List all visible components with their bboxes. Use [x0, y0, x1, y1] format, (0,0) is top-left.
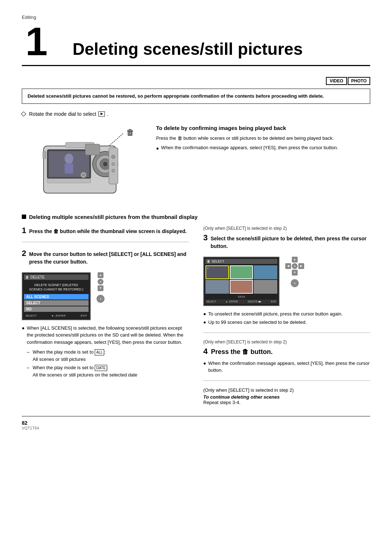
- svg-point-4: [103, 162, 107, 166]
- step2-text: Move the cursor button to select [SELECT…: [29, 250, 189, 266]
- steps-left: 1 Press the 🗑 button while the thumbnail…: [22, 226, 189, 405]
- svg-point-16: [112, 163, 115, 166]
- dpad-up-down: ▲ ● ▼: [98, 272, 103, 291]
- step2-dash-notes: When the play mode is set to ALL: All sc…: [22, 349, 189, 378]
- date-badge: DATE: [95, 365, 107, 371]
- screen-bottom-bar: SELECT ●...ENTER EXIT: [24, 313, 89, 318]
- step3-title: Select the scene/still picture to be del…: [211, 235, 370, 250]
- steps-right: (Only when [SELECT] is selected in step …: [203, 226, 370, 405]
- select-bottom-bar: SELECT ●...ENTER DELETE◀▶ EXIT: [205, 300, 277, 304]
- step2: 2 Move the cursor button to select [SELE…: [22, 249, 189, 266]
- bullet-dot-3a: ●: [203, 310, 206, 318]
- svg-rect-8: [65, 163, 73, 174]
- step3-inline: 3 Select the scene/still picture to be d…: [203, 233, 370, 250]
- step3-bullets: ● To unselect the scene/still picture, p…: [203, 310, 370, 326]
- select-screen-mockup: 🗑 SELECT ✓ 15/15 SELECT ●...ENTER: [203, 257, 370, 306]
- video-badge: VIDEO: [326, 77, 347, 85]
- screen-counter: 15/15: [205, 295, 277, 298]
- rotate-text: Rotate the mode dial to select: [29, 111, 96, 117]
- step1-text: Press the 🗑 button while the thumbnail v…: [29, 228, 187, 235]
- bottom-enter: ●...ENTER: [52, 314, 66, 317]
- thumb-grid: ✓: [205, 265, 277, 294]
- dpad3-center: ●: [292, 263, 298, 269]
- page-footer: 82 VQT1T64: [22, 416, 370, 430]
- thumb-cell-5: [230, 280, 253, 294]
- screen-title-bar: 🗑 DELETE: [24, 274, 89, 280]
- header-left: Editing 1: [22, 15, 65, 61]
- step3: (Only when [SELECT] is selected in step …: [203, 226, 370, 250]
- thumb-cell-6: [254, 280, 277, 294]
- step4-number: 4: [203, 347, 208, 356]
- step3-bullet2: ● Up to 99 scenes can be selected to be …: [203, 319, 370, 326]
- diamond-icon: [21, 111, 26, 116]
- section-header: Deleting multiple scenes/still pictures …: [22, 214, 370, 220]
- trash-icon-top: 🗑: [126, 128, 134, 137]
- camera-illustration: [22, 124, 138, 204]
- thumb-cell-1: ✓: [205, 265, 229, 279]
- step4-bullets: ● When the confirmation message appears,…: [203, 360, 370, 374]
- step2-bullets: ● When [ALL SCENES] is selected, the fol…: [22, 325, 189, 346]
- continue-text: Repeat steps 3-4.: [203, 400, 370, 405]
- side-text: To delete by confirming images being pla…: [156, 124, 370, 152]
- bullet-dot-3b: ●: [203, 319, 206, 326]
- dash-note-1: When the play mode is set to ALL: All sc…: [27, 349, 189, 363]
- page-header: Editing 1 Deleting scenes/still pictures: [22, 15, 370, 66]
- screen-main-text: DELETE SCENE? (DELETEDSCENES CANNOT BE R…: [24, 281, 89, 293]
- step1: 1 Press the 🗑 button while the thumbnail…: [22, 226, 189, 235]
- continue-title: To continue deleting other scenes: [203, 394, 370, 400]
- rotate-instruction: Rotate the mode dial to select ▶ .: [22, 111, 370, 117]
- side-bullet1-text: When the confirmation message appears, s…: [161, 144, 338, 152]
- step2-number: 2: [22, 249, 26, 258]
- sel-bottom-exit: EXIT: [271, 300, 277, 303]
- svg-rect-18: [43, 151, 46, 159]
- dpad3-right: ▶: [298, 263, 304, 269]
- continue-section: (Only when [SELECT] is selected in step …: [203, 387, 370, 405]
- badges-container: VIDEO PHOTO: [22, 77, 370, 85]
- delete-screen: 🗑 DELETE DELETE SCENE? (DELETEDSCENES CA…: [22, 272, 91, 320]
- divider1: [22, 242, 189, 242]
- step4-bullet1: ● When the confirmation message appears,…: [203, 360, 370, 374]
- warning-box: Deleted scenes/still pictures cannot be …: [22, 89, 370, 104]
- screen-title-text: DELETE: [30, 275, 45, 279]
- rotate-period: .: [107, 111, 109, 117]
- svg-rect-9: [47, 179, 91, 183]
- step4: (Only when [SELECT] is selected in step …: [203, 339, 370, 374]
- bottom-select: SELECT: [25, 314, 37, 317]
- step1-number: 1: [22, 226, 26, 235]
- select-screen: 🗑 SELECT ✓ 15/15 SELECT ●...ENTER: [203, 257, 279, 306]
- step4-title: 4 Press the 🗑 button.: [203, 347, 370, 356]
- section-title: Deleting multiple scenes/still pictures …: [29, 214, 197, 220]
- bullet-dot: ●: [156, 145, 159, 152]
- svg-point-17: [112, 169, 115, 172]
- side-body: Press the 🗑 button while scenes or still…: [156, 135, 370, 142]
- select-trash-icon: 🗑: [207, 260, 210, 263]
- side-bullet1: ● When the confirmation message appears,…: [156, 144, 370, 152]
- step2-inline: 2 Move the cursor button to select [SELE…: [22, 249, 189, 266]
- photo-badge: PHOTO: [348, 77, 370, 85]
- dpad-up: ▲: [98, 272, 103, 278]
- svg-point-11: [82, 174, 85, 176]
- dpad3-ok: ●: [291, 279, 299, 287]
- trash-step4: 🗑: [242, 348, 250, 355]
- dpad3-row: ◀ ● ▶: [285, 263, 304, 269]
- dpad-step3-ok: ●: [291, 279, 299, 287]
- bullet-dot-4: ●: [203, 360, 206, 374]
- step4-note: (Only when [SELECT] is selected in step …: [203, 339, 370, 345]
- divider2: [203, 333, 370, 333]
- trash-icon-inline: 🗑: [177, 135, 184, 141]
- svg-rect-14: [109, 148, 118, 184]
- dpad3-left: ◀: [285, 263, 291, 269]
- sel-bottom-select: SELECT: [206, 300, 216, 303]
- black-square-icon: [22, 215, 26, 219]
- menu-no: NO: [24, 306, 89, 312]
- svg-point-7: [65, 154, 73, 164]
- camera-image-area: 🗑: [22, 124, 145, 205]
- divider3: [203, 380, 370, 381]
- dpad3-up: ▲: [292, 257, 298, 262]
- select-title-text: SELECT: [212, 260, 224, 263]
- warning-text: Deleted scenes/still pictures cannot be …: [28, 93, 324, 99]
- step3-bullet1: ● To unselect the scene/still picture, p…: [203, 310, 370, 318]
- dash-note-2: When the play mode is set to DATE: All t…: [27, 364, 189, 378]
- step1-inline: 1 Press the 🗑 button while the thumbnail…: [22, 226, 189, 235]
- sel-bottom-delete: DELETE◀▶: [248, 300, 261, 303]
